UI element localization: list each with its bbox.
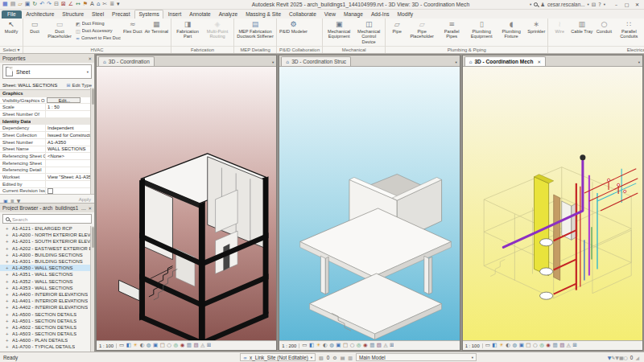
property-row[interactable]: Referencing Sheet C... <None> xyxy=(0,153,90,160)
duct-placeholder-button[interactable]: ▭Duct Placeholder xyxy=(45,19,74,46)
flex-duct-button[interactable]: ≈Flex Duct xyxy=(122,19,143,46)
tab-list-icon[interactable]: ▾ xyxy=(272,60,274,64)
ribbon-tab[interactable]: Insert xyxy=(164,10,185,19)
text-icon[interactable]: A xyxy=(90,2,94,7)
constraints-icon[interactable]: ⊞ xyxy=(390,343,394,348)
unlocked-view-icon[interactable]: ○ xyxy=(350,343,355,348)
design-option-select[interactable]: Main Model ▾ xyxy=(356,353,477,361)
zoom-icon[interactable]: ▭ xyxy=(302,343,307,348)
mechanical-control-device-button[interactable]: ◫Mechanical Control Device xyxy=(354,19,383,46)
convert-to-flex-duct-button[interactable]: ≈Convert to Flex Duct xyxy=(76,35,121,41)
view-tab-3d-coordination-mech[interactable]: ⌂ 3D - Coordination Mech ✕ xyxy=(464,56,546,66)
ribbon-tab[interactable]: Systems xyxy=(134,10,163,19)
customize-qat-icon[interactable]: ▾ xyxy=(117,2,120,7)
redo-icon[interactable]: ↷ xyxy=(47,2,52,7)
edit-type-button[interactable]: ⊞ Edit Type xyxy=(67,82,92,88)
analytical-model-icon[interactable]: ◬ xyxy=(200,343,204,348)
aligned-dimension-icon[interactable]: ↔ xyxy=(76,2,80,7)
close-button[interactable]: ✕ xyxy=(633,1,642,8)
close-tab-icon[interactable]: ✕ xyxy=(537,60,541,64)
ribbon-tab[interactable]: Modify xyxy=(394,10,416,19)
property-row[interactable]: Referencing Sheet xyxy=(0,160,90,167)
print-icon[interactable]: ⊟ xyxy=(54,2,59,7)
expander-icon[interactable]: + xyxy=(6,305,10,310)
temporary-view-properties-icon[interactable]: ▧ xyxy=(559,343,564,348)
tag-icon[interactable]: ⚑ xyxy=(83,2,88,7)
sheet-tree-item[interactable]: + A1-A503 - SECTION DETAILS xyxy=(0,331,90,337)
shadows-icon[interactable]: ◐ xyxy=(506,343,510,348)
analytical-model-icon[interactable]: ◬ xyxy=(383,343,387,348)
shadows-icon[interactable]: ◐ xyxy=(323,343,328,348)
save-icon[interactable]: ▣ xyxy=(25,2,31,7)
worksharing-settings-icon[interactable]: ⚙ xyxy=(332,355,336,360)
render-icon[interactable]: ◍ xyxy=(147,343,151,348)
browser-search-input[interactable]: Search xyxy=(2,214,92,224)
pid-modeler-button[interactable]: ⚙P&ID Modeler xyxy=(279,19,308,46)
ribbon-tab[interactable]: Massing & Site xyxy=(242,10,285,19)
scale-button[interactable]: 1 : 100 xyxy=(99,343,117,348)
thin-lines-icon[interactable]: ≣ xyxy=(109,2,114,7)
plumbing-equipment-button[interactable]: ▯Plumbing Equipment xyxy=(467,19,496,46)
property-row[interactable]: Scale 1 : 50 xyxy=(0,104,90,111)
temporary-hide-isolate-icon[interactable]: ◎ xyxy=(357,343,361,348)
apply-button[interactable]: Apply xyxy=(79,196,91,202)
render-icon[interactable]: ◍ xyxy=(512,343,517,348)
reveal-hidden-icon[interactable]: ◉ xyxy=(180,343,185,348)
sheet-tree-item[interactable]: + A1-A500 - SECTION DETAILS xyxy=(0,311,90,317)
cable-tray-button[interactable]: ▥Cable Tray xyxy=(570,19,593,46)
help-icon[interactable]: ? xyxy=(598,2,601,8)
wire-button[interactable]: ≀Wire xyxy=(550,19,569,46)
measure-icon[interactable]: ∠ xyxy=(68,2,73,7)
sun-path-icon[interactable]: ☀ xyxy=(133,343,138,348)
sheet-tree-item[interactable]: + A1-A301 - BUILDING SECTIONS xyxy=(0,258,90,265)
expander-icon[interactable]: + xyxy=(6,319,10,323)
sprinkler-button[interactable]: ∗Sprinkler xyxy=(526,19,546,46)
restore-button[interactable]: ▢ xyxy=(622,1,631,8)
duct-button[interactable]: ▭Duct xyxy=(25,19,44,46)
duct-fitting-button[interactable]: ◩Duct Fitting xyxy=(76,20,121,27)
multi-point-routing-button[interactable]: ◈Multi-Point Routing xyxy=(203,19,232,46)
expander-icon[interactable]: + xyxy=(6,272,10,277)
properties-scrollbar[interactable] xyxy=(90,88,94,194)
property-row[interactable]: Sheet Number Of xyxy=(0,111,90,118)
expander-icon[interactable]: + xyxy=(6,279,10,284)
ribbon-tab[interactable]: Steel xyxy=(89,10,108,19)
expander-icon[interactable]: + xyxy=(6,232,10,237)
close-icon[interactable]: ✕ xyxy=(88,56,92,61)
modify-button[interactable]: ↖Modify xyxy=(2,19,21,46)
sheet-tree-item[interactable]: + A1-A501 - SECTION DETAILS xyxy=(0,318,90,324)
crop-view-icon[interactable]: ▣ xyxy=(519,343,524,348)
ribbon-tab[interactable]: View xyxy=(320,10,339,19)
scale-button[interactable]: 1 : 200 xyxy=(282,343,299,348)
ribbon-tab[interactable]: Manage xyxy=(341,10,367,19)
view-tab-3d-coordination-struc[interactable]: ⌂ 3D - Coordination Struc xyxy=(281,56,351,66)
active-workset-select[interactable]: ∞ x_Link_Site (Not Editable) ▾ xyxy=(240,353,316,361)
air-terminal-button[interactable]: ▦Air Terminal xyxy=(144,19,169,46)
design-options-icon[interactable]: ▥ xyxy=(348,355,353,360)
render-icon[interactable]: ◍ xyxy=(329,343,334,348)
editing-requests-icon[interactable]: ▧ xyxy=(319,355,324,360)
expander-icon[interactable]: + xyxy=(6,298,10,303)
constraints-icon[interactable]: ⊞ xyxy=(207,343,211,348)
pin-palette-icon[interactable]: ▣ xyxy=(3,198,8,204)
sheet-tree-item[interactable]: + A1-A121 - ENLARGED RCP xyxy=(0,225,90,232)
shadows-icon[interactable]: ◐ xyxy=(140,343,145,348)
new-icon[interactable]: ▤ xyxy=(10,2,16,7)
sheet-tree-item[interactable]: + A1-A401 - INTERIOR ELEVATIONS xyxy=(0,298,90,304)
open-icon[interactable]: ▱ xyxy=(18,2,22,7)
expander-icon[interactable]: + xyxy=(6,253,10,257)
sheet-tree-item[interactable]: + A1-A351 - WALL SECTIONS xyxy=(0,271,90,278)
worksharing-display-icon[interactable]: ▥ xyxy=(552,343,557,348)
show-crop-icon[interactable]: □ xyxy=(526,343,530,348)
property-row[interactable]: Sheet Collection Issued for Construction xyxy=(0,132,90,139)
ribbon-tab[interactable]: Add-Ins xyxy=(367,10,393,19)
parallel-pipes-button[interactable]: ≡Parallel Pipes xyxy=(437,19,466,46)
expander-icon[interactable]: + xyxy=(6,325,10,330)
chevron-down-icon[interactable]: ▾ xyxy=(87,70,89,74)
sheet-tree-item[interactable]: + A1-A402 - INTERIOR ELEVATIONS xyxy=(0,304,90,311)
expander-icon[interactable]: + xyxy=(6,259,10,264)
expander-icon[interactable]: + xyxy=(6,331,10,336)
view-tab-3d-coordination[interactable]: ⌂ 3D - Coordination xyxy=(98,56,155,66)
sheet-tree-item[interactable]: + A1-A600 - PLAN DETAILS xyxy=(0,337,90,343)
sheet-tree-item[interactable]: + A1-A353 - WALL SECTIONS xyxy=(0,285,90,291)
